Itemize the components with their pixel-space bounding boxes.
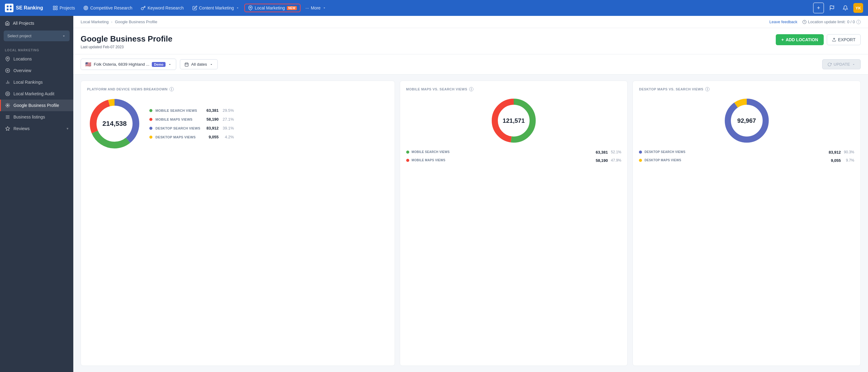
desktop-chart-info-icon[interactable]: i (705, 87, 710, 91)
top-navigation: SE Ranking Projects Competitive Research… (0, 0, 868, 16)
update-chevron-icon (852, 63, 856, 66)
charts-section: PLATFORM AND DEVICE VIEWS BREAKDOWN i (73, 74, 868, 372)
reviews-chevron-icon: ▾ (67, 126, 68, 131)
sidebar-item-overview[interactable]: Overview (0, 65, 73, 76)
nav-item-keyword-research[interactable]: Keyword Research (137, 4, 187, 12)
info-icon[interactable]: i (857, 20, 861, 24)
date-label: All dates (191, 62, 207, 67)
svg-marker-25 (5, 126, 9, 130)
svg-rect-4 (53, 6, 55, 8)
user-avatar[interactable]: YK (853, 3, 863, 13)
page-title-area: Google Business Profile Last updated Feb… (81, 34, 173, 49)
sidebar-item-local-rankings[interactable]: Local Rankings (0, 76, 73, 88)
page-actions: + ADD LOCATION EXPORT (776, 34, 861, 45)
mobile-search-dot (149, 109, 152, 112)
calendar-icon (184, 62, 189, 67)
page-header: Google Business Profile Last updated Feb… (73, 28, 868, 54)
logo[interactable]: SE Ranking (5, 4, 43, 12)
main-chart-info-icon[interactable]: i (169, 87, 174, 91)
add-button[interactable]: + (813, 2, 824, 13)
desktop-chart-card: DESKTOP MAPS VS. SEARCH VIEWS i (632, 81, 861, 366)
listings-icon (5, 114, 10, 120)
mobile-legend-maps: MOBILE MAPS VIEWS 58,190 47.9% (406, 158, 622, 163)
demo-badge: Demo (152, 62, 165, 67)
sidebar-all-projects[interactable]: All Projects (0, 16, 73, 28)
mobile-donut-total: 121,571 (503, 117, 525, 124)
main-chart-legend: MOBILE SEARCH VIEWS 63,381 29.5% MOBILE … (149, 108, 234, 139)
nav-item-competitive-research[interactable]: Competitive Research (80, 4, 136, 12)
desktop-search-legend-dot (639, 151, 642, 154)
legend-item-desktop-search: DESKTOP SEARCH VIEWS 83,912 39.1% (149, 126, 234, 130)
export-icon (832, 37, 836, 42)
nav-item-more[interactable]: ··· More (302, 4, 330, 12)
breadcrumb-current: Google Business Profile (115, 20, 157, 24)
date-chevron-icon (210, 63, 213, 66)
nav-item-local-marketing[interactable]: Local Marketing NEW (244, 4, 301, 12)
location-limit: Location update limit: 0 / 0 i (802, 20, 861, 24)
sidebar-item-business-listings[interactable]: Business listings (0, 111, 73, 123)
mobile-donut-chart: 121,571 (489, 96, 538, 145)
nav-item-content-marketing[interactable]: Content Marketing (189, 4, 243, 12)
main-chart-body: 214,538 MOBILE SEARCH VIEWS 63,381 29.5% (87, 96, 389, 151)
legend-item-desktop-maps: DESKTOP MAPS VIEWS 9,055 4.2% (149, 135, 234, 139)
location-dropdown[interactable]: 🇺🇸 Folk Osteria, 6839 Highland ... Demo (81, 59, 176, 70)
main-donut-total: 214,538 (102, 120, 127, 128)
mobile-chart-info-icon[interactable]: i (469, 87, 473, 91)
logo-icon (5, 4, 13, 12)
desktop-maps-legend-dot (639, 159, 642, 162)
add-location-button[interactable]: + ADD LOCATION (776, 34, 824, 45)
desktop-donut-total: 92,967 (737, 117, 756, 124)
svg-rect-3 (10, 8, 11, 10)
desktop-maps-dot (149, 135, 152, 139)
desktop-chart-body: 92,967 DESKTOP SEARCH VIEWS 83,912 90.3% (639, 96, 854, 163)
location-pin-icon (5, 56, 10, 62)
desktop-donut-chart: 92,967 (722, 96, 771, 145)
svg-point-10 (86, 8, 87, 8)
date-dropdown[interactable]: All dates (180, 59, 218, 69)
notification-button[interactable] (840, 2, 851, 13)
breadcrumb-parent[interactable]: Local Marketing (81, 20, 109, 24)
sidebar-item-reviews[interactable]: Reviews ▾ (0, 123, 73, 134)
update-button[interactable]: UPDATE (822, 59, 861, 69)
sidebar: All Projects Select project LOCAL MARKET… (0, 16, 73, 372)
sidebar-item-local-marketing-audit[interactable]: Local Marketing Audit (0, 88, 73, 99)
content-area: Local Marketing › Google Business Profil… (73, 16, 868, 372)
svg-rect-2 (7, 8, 8, 10)
export-button[interactable]: EXPORT (827, 34, 861, 45)
svg-rect-7 (56, 8, 57, 10)
svg-point-21 (7, 105, 8, 106)
location-name: Folk Osteria, 6839 Highland ... (94, 62, 149, 67)
location-flag: 🇺🇸 (85, 61, 91, 67)
plus-icon: + (781, 37, 784, 42)
main-donut-chart: 214,538 (87, 96, 142, 151)
svg-point-15 (7, 70, 8, 71)
breadcrumb: Local Marketing › Google Business Profil… (81, 20, 157, 24)
sidebar-item-google-business-profile[interactable]: Google Business Profile (0, 99, 73, 111)
reviews-icon (5, 126, 10, 131)
mobile-search-legend-dot (406, 151, 409, 154)
mobile-maps-legend-dot (406, 159, 409, 162)
svg-point-19 (5, 92, 9, 96)
google-business-icon (5, 103, 10, 108)
svg-point-11 (250, 7, 251, 8)
project-select-dropdown[interactable]: Select project (4, 31, 70, 41)
refresh-icon (827, 62, 832, 67)
mobile-chart-legend: MOBILE SEARCH VIEWS 63,381 52.1% MOBILE … (406, 150, 622, 163)
flag-button[interactable] (827, 2, 837, 13)
legend-item-mobile-maps: MOBILE MAPS VIEWS 58,190 27.1% (149, 117, 234, 122)
breadcrumb-bar: Local Marketing › Google Business Profil… (73, 16, 868, 28)
sidebar-item-locations[interactable]: Locations (0, 53, 73, 65)
sidebar-section-label: LOCAL MARKETING (0, 46, 73, 53)
main-layout: All Projects Select project LOCAL MARKET… (0, 16, 868, 372)
main-chart-card: PLATFORM AND DEVICE VIEWS BREAKDOWN i (81, 81, 395, 366)
svg-rect-0 (7, 5, 8, 7)
nav-item-projects[interactable]: Projects (49, 4, 79, 12)
svg-rect-5 (56, 6, 57, 8)
overview-icon (5, 68, 10, 73)
page-title: Google Business Profile (81, 34, 173, 44)
desktop-legend-search: DESKTOP SEARCH VIEWS 83,912 90.3% (639, 150, 854, 155)
last-updated: Last updated Feb-07 2023 (81, 45, 173, 49)
nav-actions: + YK (813, 2, 863, 13)
feedback-link[interactable]: Leave feedback (769, 20, 798, 24)
filters-bar: 🇺🇸 Folk Osteria, 6839 Highland ... Demo … (73, 54, 868, 74)
